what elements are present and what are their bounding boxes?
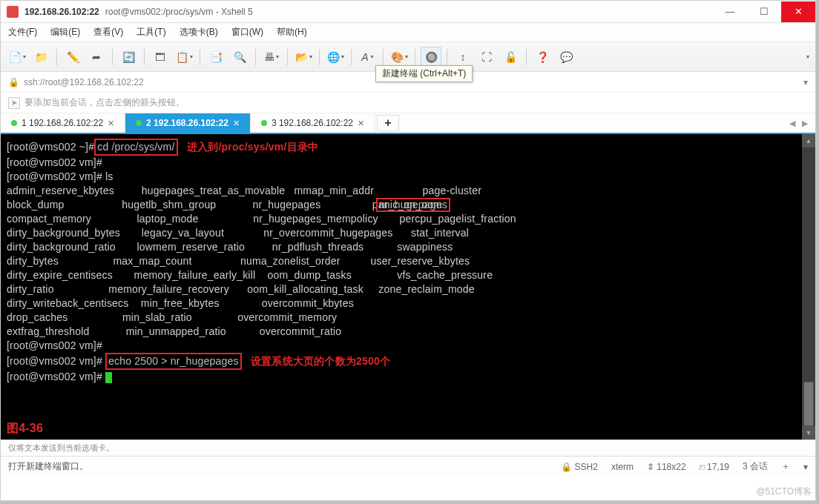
status-menu-icon[interactable]: ▾ — [803, 462, 808, 472]
prompt: [root@vms002 ~]# — [7, 141, 94, 153]
status-sessions: 3 会话 — [743, 460, 768, 473]
menu-edit[interactable]: 编辑(E) — [50, 26, 80, 39]
copy-icon[interactable]: 📋▾ — [174, 47, 194, 67]
status-left: 打开新建终端窗口。 — [8, 460, 88, 473]
menu-view[interactable]: 查看(V) — [93, 26, 123, 39]
app-window: 192.168.26.102:22 root@vms002:/proc/sys/… — [0, 0, 816, 501]
fullscreen-icon[interactable]: ⛶ — [476, 47, 497, 67]
open-session-icon[interactable]: 📁 — [30, 47, 51, 67]
menu-window[interactable]: 窗口(W) — [231, 26, 263, 39]
scroll-thumb[interactable] — [803, 382, 814, 426]
lock-icon[interactable]: 🔓 — [500, 47, 521, 67]
window-path: root@vms002:/proc/sys/vm - Xshell 5 — [105, 7, 253, 17]
boxed-nr-hugepages: nr_hugepages — [376, 198, 450, 212]
boxed-command-echo: echo 2500 > nr_hugepages — [105, 353, 242, 370]
address-url[interactable]: ssh://root@192.168.26.102:22 — [24, 77, 144, 87]
prompt: [root@vms002 vm]# — [7, 371, 105, 382]
figure-label: 图4-36 — [7, 421, 43, 435]
toolbar-overflow[interactable]: ▾ — [806, 53, 809, 60]
address-add-icon[interactable]: ▾ — [803, 77, 808, 87]
scroll-up-icon[interactable]: ▲ — [802, 134, 815, 147]
globe-icon[interactable]: 🌐▾ — [325, 47, 346, 67]
boxed-command-cd: cd /proc/sys/vm/ — [94, 139, 177, 156]
folder-icon[interactable]: 📂▾ — [293, 47, 314, 67]
terminal-line: [root@vms002 vm]# ls — [7, 170, 809, 184]
tab-label: 3 192.168.26.102:22 — [272, 118, 353, 128]
toolbar: 📄▾ 📁 ✏️ ➦ 🔄 🗔 📋▾ 📑 🔍 🖶▾ 📂▾ 🌐▾ A▾ 🎨▾ 🔘 ↕ … — [1, 42, 815, 72]
properties-icon[interactable]: 🗔 — [150, 47, 171, 67]
tab-label: 2 192.168.26.102:22 — [146, 118, 228, 128]
menu-help[interactable]: 帮助(H) — [277, 26, 307, 39]
scroll-down-icon[interactable]: ▼ — [802, 426, 815, 440]
tab-close-icon[interactable]: ✕ — [108, 119, 114, 128]
tooltip: 新建终端 (Ctrl+Alt+T) — [375, 65, 473, 82]
titlebar: 192.168.26.102:22 root@vms002:/proc/sys/… — [1, 1, 815, 23]
session-tab-1[interactable]: 1 192.168.26.102:22 ✕ — [1, 113, 125, 133]
statusbar: 打开新建终端窗口。 🔒 SSH2 xterm ⇕ 118x22 ⏍ 17,19 … — [1, 456, 815, 477]
status-ssh: SSH2 — [575, 462, 598, 472]
menu-file[interactable]: 文件(F) — [8, 26, 37, 39]
hint-arrow-icon[interactable]: ➤ — [8, 97, 20, 109]
terminal-line: [root@vms002 vm]# — [7, 156, 809, 170]
status-term: xterm — [611, 462, 634, 472]
menubar: 文件(F) 编辑(E) 查看(V) 工具(T) 选项卡(B) 窗口(W) 帮助(… — [1, 23, 815, 42]
transfer-icon[interactable]: ↕ — [453, 47, 473, 67]
color-icon[interactable]: 🎨▾ — [389, 47, 410, 67]
tabstrip: 1 192.168.26.102:22 ✕ 2 192.168.26.102:2… — [1, 113, 815, 134]
close-button[interactable]: ✕ — [781, 1, 815, 22]
menu-tools[interactable]: 工具(T) — [136, 26, 165, 39]
status-size: 118x22 — [657, 462, 685, 472]
status-dot-icon — [261, 120, 267, 126]
hint-text: 要添加当前会话，点击左侧的箭头按钮。 — [24, 96, 185, 109]
tab-close-icon[interactable]: ✕ — [233, 119, 240, 128]
watermark: @51CTO博客 — [756, 485, 812, 498]
help-icon[interactable]: ❓ — [532, 47, 553, 67]
status-dot-icon — [11, 120, 17, 126]
tab-nav[interactable]: ◀ ▶ — [782, 113, 815, 133]
window-host: 192.168.26.102:22 — [24, 7, 99, 17]
new-session-icon[interactable]: 📄▾ — [7, 47, 27, 67]
hint-bar: ➤ 要添加当前会话，点击左侧的箭头按钮。 — [1, 93, 815, 113]
app-icon — [7, 6, 19, 18]
annotation-2: 设置系统大页的个数为2500个 — [251, 355, 390, 367]
prompt: [root@vms002 vm]# — [7, 355, 102, 367]
session-tab-2[interactable]: 2 192.168.26.102:22 ✕ — [125, 113, 251, 133]
new-tab-button[interactable]: + — [377, 115, 399, 131]
find-icon[interactable]: 🔍 — [229, 47, 250, 67]
terminal-scrollbar[interactable]: ▲ ▼ — [802, 134, 815, 440]
terminal-icon[interactable]: 🔘 — [421, 47, 441, 67]
maximize-button[interactable]: ☐ — [747, 1, 781, 22]
annotation-1: 进入到/proc/sys/vm/目录中 — [187, 141, 318, 153]
tab-label: 1 192.168.26.102:22 — [22, 118, 103, 128]
print-icon[interactable]: 🖶▾ — [261, 47, 282, 67]
session-tab-3[interactable]: 3 192.168.26.102:22 ✕ — [251, 113, 375, 133]
send-mode-status: 仅将文本发送到当前选项卡。 — [1, 440, 815, 456]
status-pos: 17,19 — [707, 462, 729, 472]
minimize-button[interactable]: — — [713, 1, 747, 22]
paste-icon[interactable]: 📑 — [205, 47, 226, 67]
terminal-line: [root@vms002 vm]# — [7, 339, 809, 353]
reconnect-icon[interactable]: 🔄 — [118, 47, 139, 67]
connect-icon[interactable]: ✏️ — [62, 47, 83, 67]
terminal[interactable]: [root@vms002 ~]# cd /proc/sys/vm/ 进入到/pr… — [1, 134, 815, 440]
disconnect-icon[interactable]: ➦ — [86, 47, 107, 67]
cursor — [105, 372, 112, 383]
tab-close-icon[interactable]: ✕ — [358, 119, 364, 128]
chat-icon[interactable]: 💬 — [556, 47, 576, 67]
lock-small-icon: 🔒 — [8, 77, 19, 87]
status-add-icon[interactable]: ＋ — [781, 460, 790, 473]
menu-tabs[interactable]: 选项卡(B) — [180, 26, 218, 39]
status-dot-icon — [136, 120, 142, 126]
font-icon[interactable]: A▾ — [357, 47, 378, 67]
